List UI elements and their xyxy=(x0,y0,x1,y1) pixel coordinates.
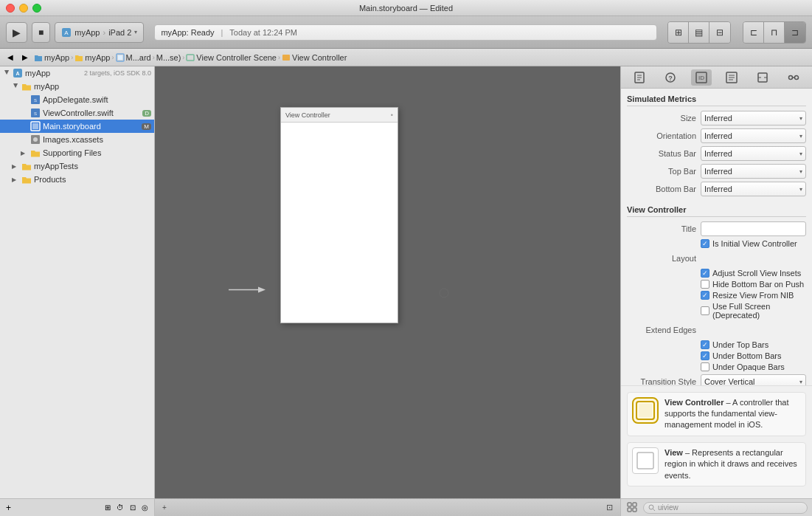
top-bar-control: Inferred ▾ xyxy=(701,164,806,179)
full-screen-checkbox[interactable] xyxy=(701,306,709,315)
maximize-button[interactable] xyxy=(32,4,41,13)
assistant-editor-btn[interactable]: ▤ xyxy=(689,22,709,43)
tab-identity[interactable]: ID xyxy=(691,69,712,86)
size-arrow-icon: ▾ xyxy=(799,115,802,122)
scheme-selector[interactable]: A myApp › iPad 2 ▾ xyxy=(55,22,144,43)
svg-point-33 xyxy=(789,75,793,79)
orientation-select[interactable]: Inferred ▾ xyxy=(701,128,806,143)
breadcrumb-storyboard[interactable]: M...ard xyxy=(116,53,151,62)
vc-menu-dots: • xyxy=(391,111,393,119)
sidebar-item-root[interactable]: ▶ A myApp 2 targets, iOS SDK 8.0 xyxy=(0,66,154,80)
stop-button[interactable]: ■ xyxy=(32,22,50,43)
right-panel-btn[interactable]: ⊐ xyxy=(785,22,805,43)
tab-quick-help[interactable]: ? xyxy=(660,69,681,86)
sidebar-item-myapp-folder[interactable]: ▶ myApp xyxy=(0,80,154,93)
under-bottom-row: ✓ Under Bottom Bars xyxy=(627,351,806,360)
canvas-add-btn[interactable]: + xyxy=(159,502,170,513)
under-opaque-checkbox[interactable] xyxy=(701,362,709,371)
sidebar-item-main-storyboard[interactable]: ▶ Main.storyboard M xyxy=(0,120,154,133)
sidebar-item-viewcontroller[interactable]: ▶ S ViewController.swift D xyxy=(0,106,154,120)
back-button[interactable]: ◀ xyxy=(4,52,16,63)
hide-bottom-label: Hide Bottom Bar on Push xyxy=(712,280,804,289)
hide-bottom-checkbox[interactable] xyxy=(701,280,709,289)
adjust-scroll-label: Adjust Scroll View Insets xyxy=(712,269,801,278)
minimize-button[interactable] xyxy=(19,4,28,13)
top-bar-select[interactable]: Inferred ▾ xyxy=(701,164,806,179)
version-editor-btn[interactable]: ⊟ xyxy=(709,22,730,43)
sidebar-content: ▶ A myApp 2 targets, iOS SDK 8.0 ▶ myApp… xyxy=(0,66,154,498)
breadcrumb-scene-group[interactable]: M...se) xyxy=(156,53,181,62)
initial-vc-checkbox[interactable]: ✓ xyxy=(701,239,709,248)
status-bar-select[interactable]: Inferred ▾ xyxy=(701,146,806,161)
d-badge: D xyxy=(142,110,151,117)
folder-supporting-icon xyxy=(30,148,41,157)
canvas-fit-btn[interactable]: ⊡ xyxy=(603,501,616,514)
svg-line-51 xyxy=(653,509,656,511)
standard-editor-btn[interactable]: ⊞ xyxy=(668,22,689,43)
scheme-sep: › xyxy=(103,28,106,37)
orientation-row: Orientation Inferred ▾ xyxy=(627,128,806,143)
svg-rect-5 xyxy=(282,55,290,61)
close-button[interactable] xyxy=(6,4,15,13)
forward-button[interactable]: ▶ xyxy=(19,52,31,63)
sidebar-item-products[interactable]: ▶ Products xyxy=(0,173,154,186)
view-info-desc: – Represents a rectangular region in whi… xyxy=(664,448,797,480)
vc-info-text: View Controller – A controller that supp… xyxy=(664,397,801,431)
title-input[interactable] xyxy=(701,221,806,236)
orientation-arrow-icon: ▾ xyxy=(799,133,802,140)
tab-size[interactable] xyxy=(752,69,773,86)
breadcrumb-vc[interactable]: View Controller xyxy=(282,53,347,62)
svg-text:S: S xyxy=(34,111,37,116)
sidebar-item-supporting[interactable]: ▶ Supporting Files xyxy=(0,146,154,159)
view-info-icon xyxy=(632,447,659,474)
tab-file-inspector[interactable] xyxy=(629,69,650,86)
scheme-device-label: iPad 2 xyxy=(108,28,131,37)
add-file-button[interactable]: + xyxy=(4,501,13,515)
run-button[interactable]: ▶ xyxy=(6,22,27,43)
history-btn[interactable]: ⏱ xyxy=(115,502,125,513)
svg-rect-45 xyxy=(637,453,653,469)
bottom-panel-btn[interactable]: ⊓ xyxy=(764,22,785,43)
sidebar-item-tests[interactable]: ▶ myAppTests xyxy=(0,159,154,173)
tests-label: myAppTests xyxy=(34,162,151,171)
breadcrumb-myapp2[interactable]: myApp xyxy=(74,53,110,62)
svg-rect-13 xyxy=(32,123,38,129)
library-grid-icon[interactable] xyxy=(625,500,640,515)
m-badge: M xyxy=(142,123,151,130)
storyboard-label: Main.storyboard xyxy=(43,122,139,131)
canvas-bottom-bar: + ⊡ xyxy=(155,498,620,516)
resize-nib-checkbox[interactable]: ✓ xyxy=(701,291,709,300)
left-panel-btn[interactable]: ⊏ xyxy=(743,22,764,43)
bottom-bar-select[interactable]: Inferred ▾ xyxy=(701,182,806,196)
top-bar-arrow-icon: ▾ xyxy=(799,168,802,175)
titlebar: Main.storyboard — Edited xyxy=(0,0,812,16)
xcode-project-icon: A xyxy=(13,68,23,78)
library-search-box[interactable]: uiview xyxy=(643,502,808,514)
sidebar-footer: + ⊞ ⏱ ⊡ ◎ xyxy=(0,498,154,516)
breadcrumb-vc-scene[interactable]: View Controller Scene xyxy=(186,53,277,62)
sidebar-item-images[interactable]: ▶ Images.xcassets xyxy=(0,133,154,146)
bottom-bar-control: Inferred ▾ xyxy=(701,182,806,196)
folder-products-icon xyxy=(21,175,32,184)
adjust-scroll-checkbox[interactable]: ✓ xyxy=(701,269,709,278)
size-select[interactable]: Inferred ▾ xyxy=(701,111,806,125)
under-bottom-checkbox[interactable]: ✓ xyxy=(701,351,709,360)
storyboard-file-icon xyxy=(30,121,41,131)
under-top-checkbox[interactable]: ✓ xyxy=(701,340,709,349)
bottom-bar-label: Bottom Bar xyxy=(627,185,701,193)
git-btn[interactable]: ⊡ xyxy=(128,502,137,513)
issues-btn[interactable]: ◎ xyxy=(140,502,150,513)
status-bar: myApp: Ready | Today at 12:24 PM xyxy=(154,24,657,41)
vc-info-icon xyxy=(632,397,659,424)
secondary-toolbar: ◀ ▶ myApp › myApp › M...ard › M...se) › … xyxy=(0,49,812,66)
tab-connections[interactable] xyxy=(783,69,804,86)
filter-btn[interactable]: ⊞ xyxy=(103,502,112,513)
full-screen-label: Use Full Screen (Deprecated) xyxy=(712,302,806,320)
bottom-bar-row: Bottom Bar Inferred ▾ xyxy=(627,182,806,196)
view-controller-header: View Controller xyxy=(627,205,806,217)
tab-attributes[interactable] xyxy=(721,69,742,86)
transition-select[interactable]: Cover Vertical ▾ xyxy=(701,374,806,385)
sidebar-item-appdelegate[interactable]: ▶ S AppDelegate.swift xyxy=(0,93,154,106)
breadcrumb-myapp1[interactable]: myApp xyxy=(34,53,69,62)
vc-info-card: View Controller – A controller that supp… xyxy=(627,392,806,436)
